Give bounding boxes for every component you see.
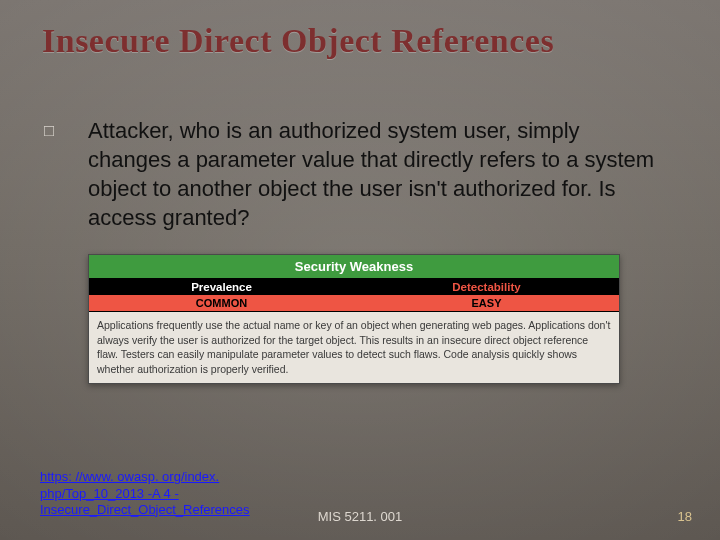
col-detectability: Detectability xyxy=(354,279,619,295)
table-values: COMMON EASY xyxy=(89,295,619,312)
security-weakness-table: Security Weakness Prevalence Detectabili… xyxy=(88,254,620,384)
col-prevalence: Prevalence xyxy=(89,279,354,295)
table-subheader: Prevalence Detectability xyxy=(89,279,619,295)
body-text: Attacker, who is an authorized system us… xyxy=(88,116,658,232)
val-detectability: EASY xyxy=(354,295,619,311)
page-number: 18 xyxy=(678,509,692,524)
table-description: Applications frequently use the actual n… xyxy=(89,312,619,383)
bullet-glyph: □ xyxy=(44,122,54,139)
citation-link[interactable]: https: //www. owasp. org/index. php/Top_… xyxy=(40,469,262,518)
slide-title: Insecure Direct Object References xyxy=(42,22,554,60)
val-prevalence: COMMON xyxy=(89,295,354,311)
table-heading: Security Weakness xyxy=(89,255,619,279)
course-code: MIS 5211. 001 xyxy=(318,509,403,524)
